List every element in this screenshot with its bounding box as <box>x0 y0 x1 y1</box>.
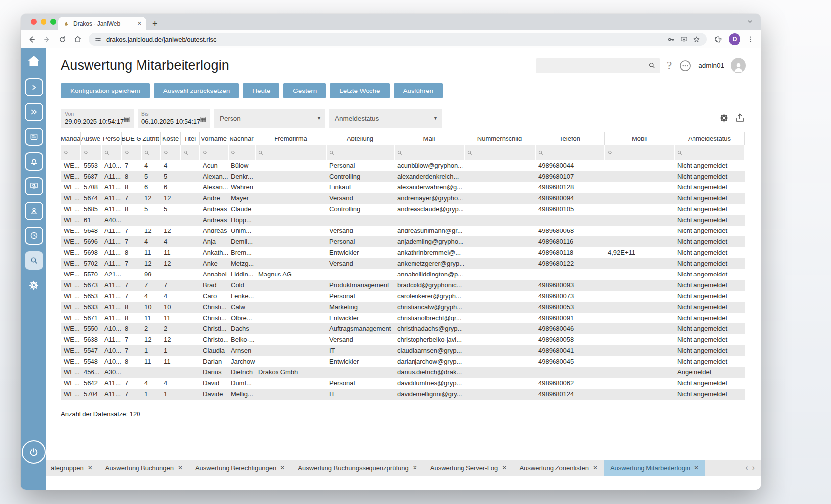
close-window-button[interactable] <box>31 19 37 25</box>
table-row[interactable]: WE...5653A11...744CaroLenke...Personalca… <box>61 291 745 302</box>
column-filter-perso[interactable] <box>102 145 121 160</box>
tab-search-chevron-icon[interactable] <box>746 18 754 27</box>
extensions-puzzle-icon[interactable] <box>713 35 722 44</box>
column-header-telefon[interactable]: Telefon <box>535 132 605 145</box>
table-row[interactable]: WE...5685A11...855AndreasClaudeControlli… <box>61 204 745 215</box>
letzte-woche-button[interactable]: Letzte Woche <box>330 83 389 98</box>
table-row[interactable]: WE...5642A11...744DavidDumf...Personalda… <box>61 378 745 389</box>
maximize-window-button[interactable] <box>50 19 56 25</box>
calendar-icon[interactable] <box>200 116 207 125</box>
bottom-tab-auswertung-zonenlisten[interactable]: Auswertung Zonenlisten✕ <box>513 460 604 476</box>
reload-icon[interactable] <box>58 35 67 44</box>
column-filter-abteilung[interactable] <box>327 145 394 160</box>
table-row[interactable]: WE...5550A10...822Christi...DachsAuftrag… <box>61 323 745 334</box>
forward-icon[interactable] <box>43 35 52 44</box>
date-from-field[interactable]: Von 29.09.2025 10:54:17 <box>61 109 134 128</box>
table-settings-button[interactable] <box>718 112 730 124</box>
bottom-tab-tegruppen[interactable]: ätegruppen✕ <box>46 460 99 476</box>
column-filter-telefon[interactable] <box>536 145 604 160</box>
auswahl-zur-cksetzen-button[interactable]: Auswahl zurücksetzen <box>154 83 239 98</box>
column-header-mail[interactable]: Mail <box>394 132 464 145</box>
bottom-tab-auswertung-berechtigungen[interactable]: Auswertung Berechtigungen✕ <box>189 460 291 476</box>
sidebar-item-settings[interactable] <box>25 276 43 294</box>
column-header-perso[interactable]: Perso <box>101 132 122 145</box>
table-row[interactable]: WE...5674A11...71212AndreMayerVersandand… <box>61 193 745 204</box>
table-row[interactable]: WE...5553A10...744AcunBülowPersonalacunb… <box>61 160 745 171</box>
column-header-anmeldestatus[interactable]: Anmeldestatus <box>674 132 745 145</box>
column-filter-bde-g[interactable] <box>122 145 141 160</box>
column-filter-titel[interactable] <box>181 145 199 160</box>
column-header-manda[interactable]: Manda <box>61 132 81 145</box>
new-tab-button[interactable]: + <box>152 19 158 28</box>
tabbar-scroll-right-icon[interactable]: › <box>752 463 755 472</box>
sidebar-item-auswertung[interactable] <box>25 251 43 270</box>
column-filter-mail[interactable] <box>395 145 464 160</box>
table-row[interactable]: WE...61A40...AndreasHöpp...Nicht angemel… <box>61 215 745 226</box>
sidebar-item-home[interactable] <box>25 52 43 70</box>
bookmark-star-icon[interactable] <box>692 35 701 44</box>
logout-power-button[interactable] <box>22 440 46 464</box>
kebab-menu-icon[interactable] <box>747 35 755 43</box>
column-filter-fremdfirma[interactable] <box>256 145 326 160</box>
bottom-tab-auswertung-mitarbeiterlogin[interactable]: Auswertung Mitarbeiterlogin✕ <box>604 460 705 476</box>
table-row[interactable]: WE...5702A11...71212AnkeMetzg...Versanda… <box>61 258 745 269</box>
person-select[interactable]: Person ▼ <box>214 109 325 128</box>
feedback-chat-icon[interactable] <box>678 59 692 73</box>
table-row[interactable]: WE...5704A11...711DavideMellig...ITdavid… <box>61 389 745 400</box>
table-row[interactable]: WE...5638A11...71212Christo...Belko-...V… <box>61 334 745 345</box>
column-filter-auswe[interactable] <box>81 145 101 160</box>
table-row[interactable]: WE...5633A11...81010Christi...CalwMarket… <box>61 302 745 313</box>
bottom-tab-auswertung-buchungen[interactable]: Auswertung Buchungen✕ <box>99 460 189 476</box>
column-filter-manda[interactable] <box>61 145 80 160</box>
tab-close-icon[interactable]: ✕ <box>593 464 598 471</box>
table-row[interactable]: WE...5698A11...81111Ankath...Brem...Entw… <box>61 247 745 258</box>
table-row[interactable]: WE...5548A10...81111DarianJarchowEntwick… <box>61 356 745 367</box>
home-icon[interactable] <box>73 35 82 44</box>
column-filter-koste[interactable] <box>161 145 180 160</box>
tab-close-icon[interactable]: ✕ <box>88 464 92 471</box>
date-to-field[interactable]: Bis 06.10.2025 10:54:17 <box>138 109 210 128</box>
table-row[interactable]: WE...5648A11...71212AndreasUhlm...Versan… <box>61 226 745 236</box>
column-header-auswe[interactable]: Auswe <box>81 132 101 145</box>
tab-close-icon[interactable]: ✕ <box>280 464 285 471</box>
sidebar-item-device-search[interactable] <box>25 177 43 195</box>
tab-close-icon[interactable]: ✕ <box>178 464 183 471</box>
column-header-fremdfirma[interactable]: Fremdfirma <box>255 132 326 145</box>
global-search-input[interactable] <box>536 58 660 73</box>
table-row[interactable]: WE...5673A11...777BradColdProduktmanagem… <box>61 280 745 291</box>
password-key-icon[interactable] <box>667 35 675 44</box>
url-text[interactable]: drakos.janicloud.de/janiweb/outest.risc <box>106 36 662 43</box>
address-bar[interactable]: drakos.janicloud.de/janiweb/outest.risc <box>89 33 707 46</box>
sidebar-item-notifications[interactable] <box>25 152 43 171</box>
column-filter-zutritt[interactable] <box>142 145 160 160</box>
column-header-titel[interactable]: Titel <box>181 132 200 145</box>
browser-profile-avatar[interactable]: D <box>729 33 740 45</box>
column-header-nummernschild[interactable]: Nummernschild <box>464 132 535 145</box>
table-row[interactable]: WE...5696A11...744AnjaDemli...Personalan… <box>61 236 745 247</box>
column-header-zutritt[interactable]: Zutritt <box>141 132 161 145</box>
table-row[interactable]: WE...456...A30...DariusDietrichDrakos Gm… <box>61 367 745 378</box>
column-filter-vorname[interactable] <box>200 145 228 160</box>
column-header-bde-g[interactable]: BDE G <box>122 132 141 145</box>
tabbar-scroll-left-icon[interactable]: ‹ <box>745 463 748 472</box>
sidebar-item-time[interactable] <box>25 227 43 245</box>
sidebar-item-fast-forward[interactable] <box>25 103 43 121</box>
calendar-icon[interactable] <box>123 116 130 125</box>
sidebar-item-reports[interactable] <box>25 128 43 146</box>
column-header-abteilung[interactable]: Abteilung <box>326 132 394 145</box>
export-button[interactable] <box>734 112 746 124</box>
tab-close-icon[interactable]: ✕ <box>413 464 417 471</box>
user-avatar[interactable] <box>731 58 746 73</box>
minimize-window-button[interactable] <box>41 19 46 25</box>
tab-close-icon[interactable]: ✕ <box>138 20 142 27</box>
help-icon[interactable]: ? <box>667 59 672 72</box>
bottom-tab-auswertung-server-log[interactable]: Auswertung Server-Log✕ <box>424 460 513 476</box>
table-row[interactable]: WE...5671A11...81111Christi...Olbre...En… <box>61 313 745 323</box>
site-info-icon[interactable] <box>94 36 102 43</box>
install-app-icon[interactable] <box>680 35 688 44</box>
ausf-hren-button[interactable]: Ausführen <box>394 83 443 98</box>
tab-close-icon[interactable]: ✕ <box>694 464 699 471</box>
column-header-vorname[interactable]: Vorname <box>200 132 228 145</box>
heute-button[interactable]: Heute <box>243 83 279 98</box>
table-row[interactable]: WE...5547A10...711ClaudiaArnsenITclaudia… <box>61 345 745 356</box>
